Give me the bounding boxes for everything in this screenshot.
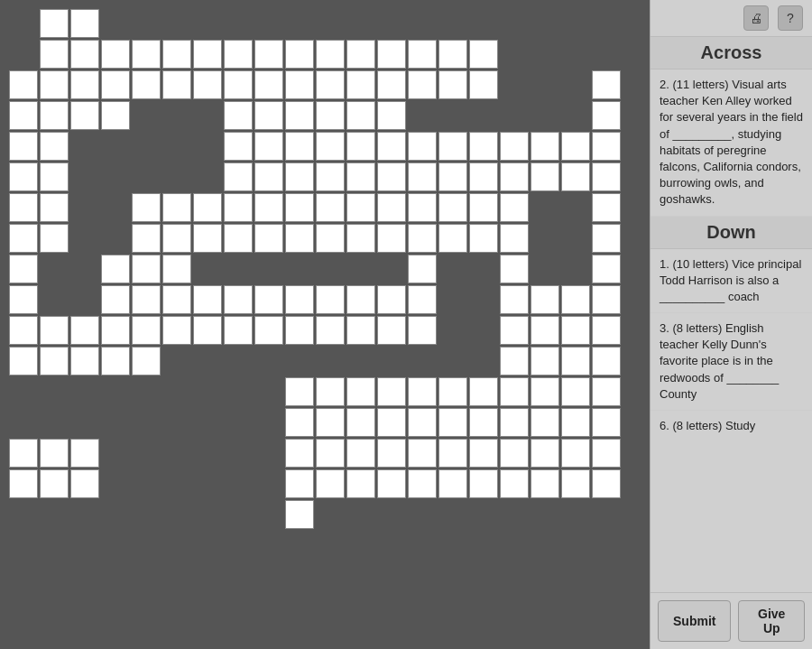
crossword-cell[interactable] [9,132,38,161]
crossword-cell[interactable] [316,162,345,191]
crossword-cell[interactable] [193,70,222,99]
crossword-cell[interactable] [377,70,406,99]
crossword-cell[interactable] [531,408,559,437]
crossword-cell[interactable] [438,408,467,437]
crossword-cell[interactable] [132,224,161,253]
crossword-cell[interactable] [592,101,621,130]
crossword-cell[interactable] [9,162,38,191]
crossword-cell[interactable] [346,193,375,222]
crossword-cell[interactable] [469,408,498,437]
crossword-cell[interactable] [70,347,99,375]
crossword-cell[interactable] [438,162,467,191]
crossword-cell[interactable] [592,132,621,161]
crossword-cell[interactable] [408,132,437,161]
crossword-cell[interactable] [500,255,529,283]
crossword-cell[interactable] [224,316,253,345]
crossword-cell[interactable] [254,70,283,99]
crossword-cell[interactable] [531,439,559,468]
crossword-cell[interactable] [346,316,375,345]
crossword-cell[interactable] [285,224,314,253]
crossword-cell[interactable] [9,101,38,130]
crossword-cell[interactable] [70,469,99,498]
crossword-cell[interactable] [316,285,345,314]
crossword-cell[interactable] [224,70,253,99]
crossword-cell[interactable] [101,255,130,283]
crossword-cell[interactable] [224,193,253,222]
crossword-cell[interactable] [438,70,467,99]
crossword-cell[interactable] [377,193,406,222]
crossword-cell[interactable] [101,40,130,69]
crossword-cell[interactable] [285,377,314,406]
crossword-cell[interactable] [592,70,621,99]
crossword-cell[interactable] [40,40,69,69]
crossword-cell[interactable] [500,132,529,161]
crossword-cell[interactable] [132,347,161,375]
crossword-cell[interactable] [254,132,283,161]
crossword-cell[interactable] [408,469,437,498]
crossword-cell[interactable] [531,285,559,314]
crossword-cell[interactable] [254,162,283,191]
crossword-cell[interactable] [70,40,99,69]
crossword-cell[interactable] [224,224,253,253]
crossword-cell[interactable] [40,224,69,253]
crossword-cell[interactable] [469,132,498,161]
crossword-cell[interactable] [500,408,529,437]
crossword-cell[interactable] [40,469,69,498]
crossword-cell[interactable] [40,439,69,468]
crossword-cell[interactable] [561,439,590,468]
crossword-cell[interactable] [561,285,590,314]
crossword-cell[interactable] [469,439,498,468]
crossword-cell[interactable] [469,40,498,69]
crossword-cell[interactable] [132,255,161,283]
crossword-cell[interactable] [346,101,375,130]
crossword-cell[interactable] [592,255,621,283]
crossword-cell[interactable] [377,101,406,130]
crossword-cell[interactable] [377,439,406,468]
crossword-cell[interactable] [162,70,191,99]
crossword-cell[interactable] [9,347,38,375]
crossword-cell[interactable] [469,193,498,222]
crossword-cell[interactable] [254,316,283,345]
crossword-cell[interactable] [408,285,437,314]
crossword-cell[interactable] [346,469,375,498]
crossword-cell[interactable] [592,193,621,222]
crossword-cell[interactable] [377,316,406,345]
crossword-cell[interactable] [592,347,621,375]
crossword-cell[interactable] [500,377,529,406]
crossword-cell[interactable] [438,40,467,69]
crossword-cell[interactable] [70,439,99,468]
crossword-cell[interactable] [377,408,406,437]
crossword-cell[interactable] [408,40,437,69]
crossword-cell[interactable] [408,255,437,283]
crossword-cell[interactable] [9,224,38,253]
crossword-cell[interactable] [408,224,437,253]
crossword-cell[interactable] [70,70,99,99]
crossword-cell[interactable] [592,439,621,468]
crossword-cell[interactable] [193,193,222,222]
crossword-cell[interactable] [40,101,69,130]
crossword-cell[interactable] [285,285,314,314]
crossword-cell[interactable] [316,193,345,222]
crossword-cell[interactable] [592,377,621,406]
crossword-cell[interactable] [254,101,283,130]
crossword-cell[interactable] [346,439,375,468]
crossword-cell[interactable] [162,193,191,222]
crossword-cell[interactable] [561,162,590,191]
crossword-cell[interactable] [132,40,161,69]
crossword-cell[interactable] [438,224,467,253]
crossword-cell[interactable] [408,162,437,191]
crossword-cell[interactable] [592,285,621,314]
crossword-cell[interactable] [40,347,69,375]
crossword-cell[interactable] [40,9,69,38]
crossword-cell[interactable] [469,224,498,253]
crossword-cell[interactable] [377,285,406,314]
crossword-cell[interactable] [500,469,529,498]
crossword-cell[interactable] [531,469,559,498]
crossword-cell[interactable] [408,316,437,345]
crossword-cell[interactable] [132,193,161,222]
crossword-cell[interactable] [438,439,467,468]
crossword-cell[interactable] [285,193,314,222]
crossword-cell[interactable] [9,255,38,283]
crossword-cell[interactable] [193,224,222,253]
crossword-cell[interactable] [9,316,38,345]
